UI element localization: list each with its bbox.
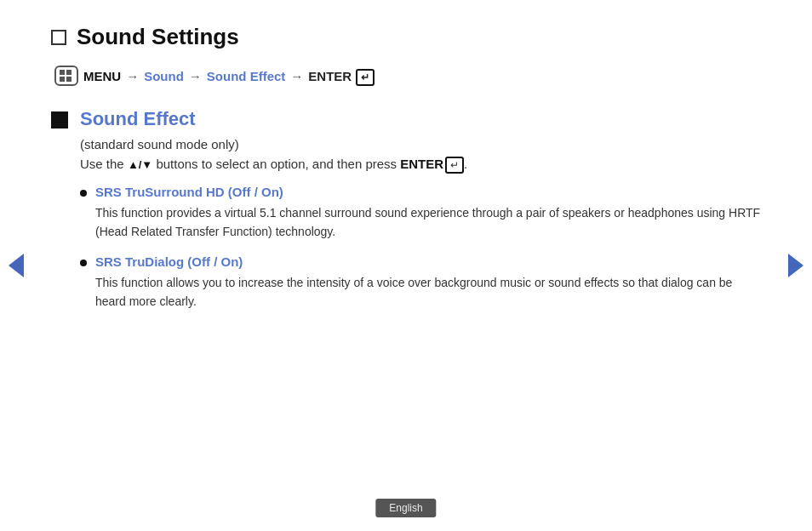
- instruction-arrows: ▲/▼: [128, 158, 152, 171]
- breadcrumb-sound-effect[interactable]: Sound Effect: [207, 69, 286, 83]
- breadcrumb-menu-label: MENU: [83, 69, 121, 83]
- section-bullet-icon: [51, 111, 68, 128]
- breadcrumb-arrow-1: →: [126, 69, 139, 83]
- section-header: Sound Effect: [51, 108, 761, 130]
- subtitle-note: (standard sound mode only): [80, 137, 761, 151]
- breadcrumb-enter-label: ENTER ↵: [308, 69, 375, 83]
- svg-rect-3: [66, 77, 71, 82]
- bullet-row-2: SRS TruDialog (Off / On): [80, 254, 761, 269]
- menu-icon: [54, 66, 78, 86]
- page-wrapper: Sound Settings MENU → Sound → Sound Effe…: [0, 0, 812, 531]
- bullet-item-srs-trusurround: SRS TruSurround HD (Off / On) This funct…: [80, 185, 761, 241]
- breadcrumb-arrow-2: →: [189, 69, 202, 83]
- bullet-dot-icon: [80, 190, 87, 197]
- content-body: (standard sound mode only) Use the ▲/▼ b…: [80, 137, 761, 311]
- breadcrumb-sound[interactable]: Sound: [144, 69, 184, 83]
- instruction-enter: ENTER: [400, 157, 443, 171]
- breadcrumb: MENU → Sound → Sound Effect → ENTER ↵: [54, 66, 761, 86]
- title-row: Sound Settings: [51, 24, 761, 50]
- bullet-title-srs-trusurround: SRS TruSurround HD (Off / On): [95, 185, 283, 199]
- bullet-dot-icon-2: [80, 260, 87, 266]
- instruction-prefix: Use the: [80, 157, 128, 171]
- bullet-row-1: SRS TruSurround HD (Off / On): [80, 185, 761, 199]
- section-title: Sound Effect: [80, 108, 196, 130]
- instruction-text: Use the ▲/▼ buttons to select an option,…: [80, 157, 761, 171]
- bullet-description-srs-trusurround: This function provides a virtual 5.1 cha…: [95, 204, 761, 241]
- svg-rect-0: [60, 70, 65, 75]
- instruction-enter-icon: ↵: [445, 157, 464, 174]
- bullet-description-srs-trudialog: This function allows you to increase the…: [95, 274, 761, 311]
- nav-arrow-right[interactable]: [788, 254, 803, 277]
- svg-rect-1: [66, 70, 71, 75]
- title-checkbox-icon: [51, 30, 66, 45]
- language-badge: English: [375, 499, 436, 517]
- nav-arrow-left[interactable]: [9, 254, 24, 277]
- svg-rect-2: [60, 77, 65, 82]
- page-title: Sound Settings: [77, 24, 239, 50]
- breadcrumb-arrow-3: →: [290, 69, 303, 83]
- bullet-title-srs-trudialog: SRS TruDialog (Off / On): [95, 254, 243, 269]
- instruction-suffix: buttons to select an option, and then pr…: [152, 157, 400, 171]
- bullet-item-srs-trudialog: SRS TruDialog (Off / On) This function a…: [80, 254, 761, 311]
